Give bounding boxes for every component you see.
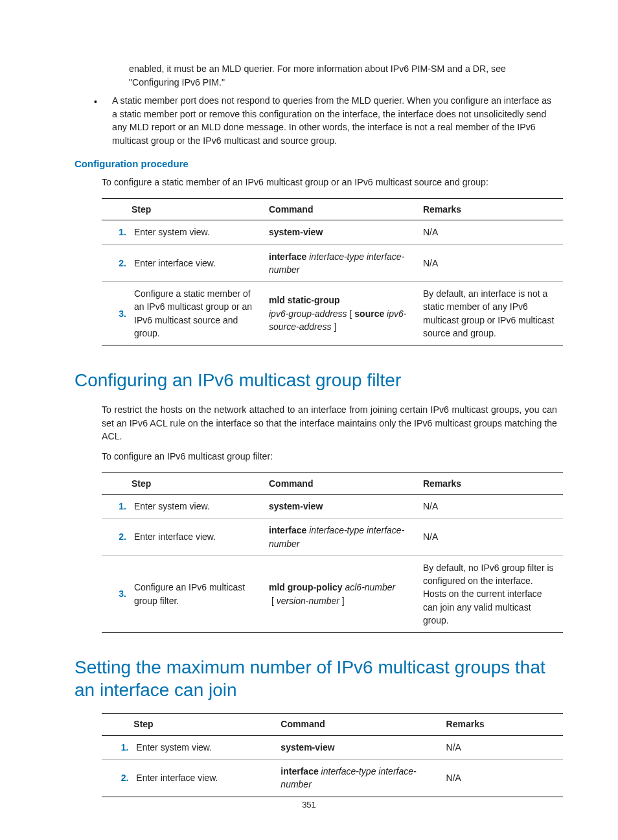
command-cell: interface interface-type interface-numbe… (278, 759, 443, 797)
cmd-keyword: system-view (269, 501, 323, 511)
table-row: 2. Enter interface view. interface inter… (102, 759, 563, 797)
step-number: 3. (102, 282, 132, 345)
cmd-keyword: mld static-group (269, 295, 340, 305)
table-config-static: Step Command Remarks 1. Enter system vie… (102, 198, 563, 345)
command-cell: interface interface-type interface-numbe… (266, 519, 420, 556)
table-header-row: Step Command Remarks (102, 472, 563, 494)
cmd-keyword: interface (280, 766, 318, 776)
section-heading: Setting the maximum number of IPv6 multi… (74, 656, 557, 701)
cmd-keyword: system-view (269, 227, 323, 237)
col-command: Command (266, 472, 420, 494)
step-number: 3. (102, 555, 132, 632)
body-paragraph: To restrict the hosts on the network att… (102, 403, 557, 443)
command-cell: system-view (266, 220, 420, 244)
remarks-cell: By default, an interface is not a static… (420, 282, 563, 345)
step-desc: Enter system view. (133, 735, 278, 759)
col-step: Step (132, 472, 266, 494)
step-number: 1. (102, 494, 132, 518)
cmd-bracket: ] (332, 321, 337, 332)
remarks-cell: By default, no IPv6 group filter is conf… (420, 555, 563, 632)
table-group-filter: Step Command Remarks 1. Enter system vie… (102, 472, 563, 633)
col-command: Command (278, 714, 443, 735)
col-remarks: Remarks (420, 472, 563, 494)
remarks-cell: N/A (420, 519, 563, 556)
section-heading: Configuring an IPv6 multicast group filt… (74, 369, 557, 391)
col-step: Step (133, 714, 278, 735)
step-desc: Configure a static member of an IPv6 mul… (132, 282, 266, 345)
col-remarks: Remarks (444, 714, 563, 735)
table-row: 2. Enter interface view. interface inter… (102, 519, 563, 556)
table-row: 3. Configure a static member of an IPv6 … (102, 282, 563, 345)
step-number: 1. (102, 220, 132, 244)
col-step: Step (132, 198, 266, 220)
command-cell: system-view (278, 735, 443, 759)
command-cell: interface interface-type interface-numbe… (266, 244, 420, 282)
table-row: 1. Enter system view. system-view N/A (102, 735, 563, 759)
cmd-bracket: [ (269, 596, 277, 606)
remarks-cell: N/A (420, 494, 563, 518)
cmd-bracket: ] (339, 596, 345, 606)
subsection-heading: Configuration procedure (74, 157, 557, 171)
command-cell: mld group-policy acl6-number [ version-n… (266, 555, 420, 632)
step-desc: Enter interface view. (132, 519, 266, 556)
bullet-list: A static member port does not respond to… (74, 94, 557, 147)
cmd-keyword: source (354, 309, 384, 319)
remarks-cell: N/A (420, 220, 563, 244)
cmd-keyword: system-view (280, 742, 334, 752)
table-row: 3. Configure an IPv6 multicast group fil… (102, 555, 563, 632)
command-cell: system-view (266, 494, 420, 518)
step-desc: Enter system view. (132, 220, 266, 244)
lead-paragraph: To configure an IPv6 multicast group fil… (102, 450, 557, 463)
remarks-cell: N/A (444, 735, 563, 759)
cmd-arg: version-number (277, 596, 339, 606)
cmd-keyword: interface (269, 251, 306, 262)
table-header-row: Step Command Remarks (102, 198, 563, 220)
table-row: 1. Enter system view. system-view N/A (102, 220, 563, 244)
cmd-keyword: interface (269, 525, 306, 535)
step-desc: Enter system view. (132, 494, 266, 518)
step-number: 1. (102, 735, 133, 759)
table-header-row: Step Command Remarks (102, 714, 563, 735)
table-row: 1. Enter system view. system-view N/A (102, 494, 563, 518)
bullet-item: A static member port does not respond to… (74, 94, 557, 147)
page-number: 351 (0, 799, 618, 811)
table-max-groups: Step Command Remarks 1. Enter system vie… (102, 713, 563, 797)
cmd-arg: ipv6-group-address (269, 309, 347, 319)
cmd-bracket: [ (347, 309, 355, 319)
step-desc: Enter interface view. (132, 244, 266, 282)
continuation-paragraph: enabled, it must be an MLD querier. For … (129, 62, 557, 89)
step-number: 2. (102, 244, 132, 282)
cmd-keyword: mld group-policy (269, 582, 343, 592)
step-number: 2. (102, 759, 133, 797)
col-remarks: Remarks (420, 198, 563, 220)
command-cell: mld static-group ipv6-group-address [ so… (266, 282, 420, 345)
step-desc: Configure an IPv6 multicast group filter… (132, 555, 266, 632)
step-desc: Enter interface view. (133, 759, 278, 797)
remarks-cell: N/A (420, 244, 563, 282)
step-number: 2. (102, 519, 132, 556)
lead-paragraph: To configure a static member of an IPv6 … (102, 176, 557, 189)
col-command: Command (266, 198, 420, 220)
remarks-cell: N/A (444, 759, 563, 797)
cmd-arg: acl6-number (345, 582, 395, 592)
table-row: 2. Enter interface view. interface inter… (102, 244, 563, 282)
